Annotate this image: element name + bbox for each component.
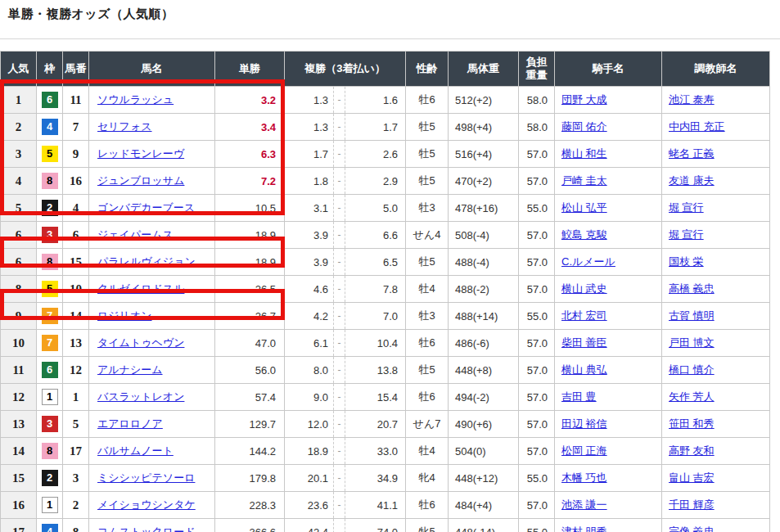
horse-name-link[interactable]: エアロロノア xyxy=(97,417,163,430)
jockey-name-link[interactable]: 藤岡 佑介 xyxy=(561,120,607,133)
horse-name-link[interactable]: コムストックロード xyxy=(97,525,195,532)
horse-number: 8 xyxy=(63,519,89,532)
frame-cell: 5 xyxy=(37,276,63,303)
popularity-rank: 1 xyxy=(1,87,37,114)
trainer-name-cell: 矢作 芳人 xyxy=(662,384,770,411)
place-odds-high: 10.4 xyxy=(345,337,405,349)
horse-name-link[interactable]: ゴンバデカーブース xyxy=(97,201,195,214)
sex-age: 牡3 xyxy=(406,195,449,222)
trainer-name-link[interactable]: 宗像 義忠 xyxy=(669,525,715,532)
jockey-name-link[interactable]: 横山 和生 xyxy=(561,147,607,160)
horse-name-cell: バルサムノート xyxy=(89,438,215,465)
horse-name-link[interactable]: クルゼイロドスル xyxy=(97,282,184,295)
horse-name-link[interactable]: アルナシーム xyxy=(97,363,163,376)
horse-name-link[interactable]: バルサムノート xyxy=(97,444,174,457)
place-odds-cell: 3.9-6.5 xyxy=(285,249,406,276)
impost-weight: 57.0 xyxy=(519,438,555,465)
popularity-rank: 14 xyxy=(1,438,37,465)
trainer-name-link[interactable]: 畠山 吉宏 xyxy=(669,471,715,484)
horse-name-link[interactable]: ミシシッピテソーロ xyxy=(97,471,195,484)
horse-weight: 488(-4) xyxy=(449,249,519,276)
jockey-name-link[interactable]: 北村 宏司 xyxy=(561,309,607,322)
frame-badge: 7 xyxy=(42,335,58,351)
trainer-name-link[interactable]: 橋口 慎介 xyxy=(669,363,715,376)
frame-cell: 3 xyxy=(37,222,63,249)
header-cell-jockey: 騎手名 xyxy=(555,52,662,87)
horse-name-link[interactable]: ソウルラッシュ xyxy=(97,93,174,106)
place-odds-cell: 18.9-33.0 xyxy=(285,438,406,465)
frame-cell: 4 xyxy=(37,519,63,532)
horse-name-link[interactable]: タイムトゥヘヴン xyxy=(97,336,184,349)
jockey-name-link[interactable]: 田辺 裕信 xyxy=(561,417,607,430)
trainer-name-link[interactable]: 戸田 博文 xyxy=(669,336,715,349)
horse-weight: 478(+16) xyxy=(449,195,519,222)
frame-cell: 2 xyxy=(37,465,63,492)
trainer-name-link[interactable]: 池江 泰寿 xyxy=(669,93,715,106)
horse-name-link[interactable]: ロジリオン xyxy=(97,309,152,322)
horse-name-link[interactable]: パラレルヴィジョン xyxy=(97,255,196,268)
jockey-name-link[interactable]: 木幡 巧也 xyxy=(561,471,607,484)
jockey-name-link[interactable]: 松山 弘平 xyxy=(561,201,607,214)
trainer-name-link[interactable]: 古賀 慎明 xyxy=(669,309,715,322)
frame-badge: 6 xyxy=(42,92,58,108)
place-odds-low: 1.3 xyxy=(285,121,333,133)
jockey-name-link[interactable]: 吉田 豊 xyxy=(561,390,597,403)
popularity-rank: 15 xyxy=(1,465,37,492)
horse-name-link[interactable]: セリフォス xyxy=(97,120,152,133)
jockey-name-link[interactable]: 横山 武史 xyxy=(561,282,607,295)
jockey-name-cell: 横山 和生 xyxy=(555,141,662,168)
jockey-name-cell: 池添 謙一 xyxy=(555,492,662,519)
horse-name-cell: エアロロノア xyxy=(89,411,215,438)
trainer-name-link[interactable]: 中内田 充正 xyxy=(669,120,725,133)
win-odds: 57.4 xyxy=(215,384,285,411)
jockey-name-link[interactable]: 横山 典弘 xyxy=(561,363,607,376)
trainer-name-link[interactable]: 高野 友和 xyxy=(669,444,715,457)
horse-number: 16 xyxy=(63,168,89,195)
impost-weight: 57.0 xyxy=(519,276,555,303)
table-row: 14817バルサムノート144.218.9-33.0牡4504(0)57.0松岡… xyxy=(1,438,770,465)
sex-age: 牡5 xyxy=(406,168,449,195)
place-odds-separator: - xyxy=(333,303,345,329)
jockey-name-link[interactable]: 鮫島 克駿 xyxy=(561,228,607,241)
trainer-name-cell: 橋口 慎介 xyxy=(662,357,770,384)
trainer-name-link[interactable]: 千田 輝彦 xyxy=(669,498,715,511)
sex-age: せん4 xyxy=(406,222,449,249)
trainer-name-link[interactable]: 笹田 和秀 xyxy=(669,417,715,430)
trainer-name-link[interactable]: 蛯名 正義 xyxy=(669,147,715,160)
horse-name-link[interactable]: レッドモンレーヴ xyxy=(97,147,184,160)
header-cell-frame: 枠 xyxy=(37,52,63,87)
jockey-name-link[interactable]: 池添 謙一 xyxy=(561,498,607,511)
horse-name-link[interactable]: バスラットレオン xyxy=(97,390,184,403)
trainer-name-link[interactable]: 国枝 栄 xyxy=(669,255,704,268)
jockey-name-link[interactable]: 団野 大成 xyxy=(561,93,607,106)
horse-number: 11 xyxy=(63,87,89,114)
jockey-name-link[interactable]: 松岡 正海 xyxy=(561,444,607,457)
impost-weight: 57.0 xyxy=(519,249,555,276)
jockey-name-link[interactable]: C.ルメール xyxy=(561,255,615,268)
trainer-name-link[interactable]: 友道 康夫 xyxy=(669,174,715,187)
place-odds-low: 3.9 xyxy=(285,229,333,241)
jockey-name-link[interactable]: 戸崎 圭太 xyxy=(561,174,607,187)
table-row: 1523ミシシッピテソーロ179.820.1-34.9牝4448(+12)55.… xyxy=(1,465,770,492)
horse-name-link[interactable]: ジェイパームス xyxy=(97,228,174,241)
jockey-name-cell: 松山 弘平 xyxy=(555,195,662,222)
horse-name-link[interactable]: ジュンブロッサム xyxy=(97,174,184,187)
place-odds-separator: - xyxy=(333,492,345,518)
horse-number: 10 xyxy=(63,276,89,303)
place-odds-low: 18.9 xyxy=(285,445,333,458)
place-odds-cell: 3.1-5.0 xyxy=(285,195,406,222)
place-odds-high: 20.7 xyxy=(345,418,405,431)
horse-number: 6 xyxy=(63,222,89,249)
frame-badge: 4 xyxy=(42,524,58,532)
popularity-rank: 16 xyxy=(1,492,37,519)
horse-name-link[interactable]: メイショウシンタケ xyxy=(97,498,196,511)
trainer-name-link[interactable]: 堀 宣行 xyxy=(669,228,704,241)
trainer-name-link[interactable]: 矢作 芳人 xyxy=(669,390,715,403)
trainer-name-link[interactable]: 高橋 義忠 xyxy=(669,282,715,295)
jockey-name-link[interactable]: 津村 明秀 xyxy=(561,525,607,532)
place-odds-separator: - xyxy=(333,141,345,167)
jockey-name-link[interactable]: 柴田 善臣 xyxy=(561,336,607,349)
sex-age: 牡6 xyxy=(406,384,449,411)
place-odds-range: 4.2-7.0 xyxy=(285,303,405,329)
trainer-name-link[interactable]: 堀 宣行 xyxy=(669,201,704,214)
